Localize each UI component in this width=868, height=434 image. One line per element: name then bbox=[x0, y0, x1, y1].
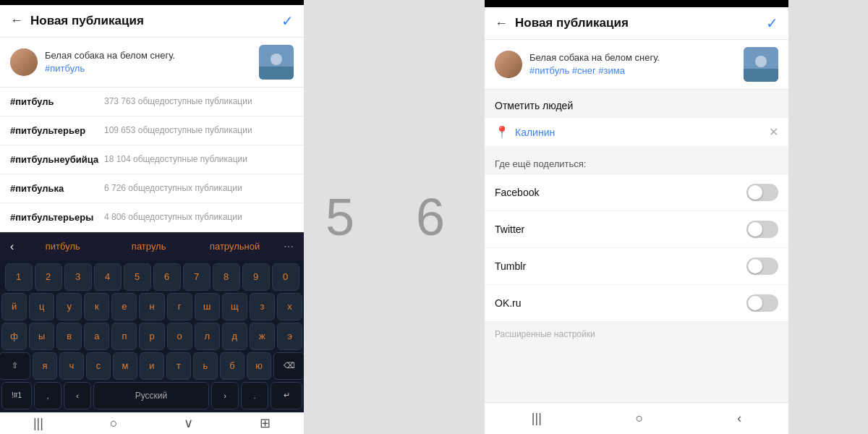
advanced-settings-link[interactable]: Расширенные настройки bbox=[485, 322, 788, 346]
kb-key-п[interactable]: п bbox=[111, 323, 137, 350]
kb-shift-key[interactable]: ⇧ bbox=[0, 352, 30, 380]
twitter-toggle[interactable] bbox=[746, 221, 778, 238]
share-section-label: Где ещё поделиться: bbox=[485, 151, 788, 174]
kb-key-5[interactable]: 5 bbox=[124, 263, 151, 291]
nav-home-icon-6[interactable]: ○ bbox=[636, 411, 644, 426]
bottom-nav-6: ||| ○ ‹ bbox=[485, 402, 788, 434]
kb-key-т[interactable]: т bbox=[166, 352, 191, 380]
kb-key-6[interactable]: 6 bbox=[153, 263, 181, 291]
page-title-6: Новая публикация bbox=[515, 16, 759, 30]
kb-key-ц[interactable]: ц bbox=[29, 293, 54, 320]
kb-key-8[interactable]: 8 bbox=[213, 263, 240, 291]
nav-apps-icon[interactable]: ⊞ bbox=[260, 415, 271, 431]
kb-key-б[interactable]: б bbox=[220, 352, 244, 380]
kb-key-ш[interactable]: ш bbox=[195, 293, 220, 320]
kb-more-icon[interactable]: ⋯ bbox=[279, 238, 298, 255]
kb-key-ь[interactable]: ь bbox=[193, 352, 218, 380]
nav-menu-icon-6[interactable]: ||| bbox=[532, 411, 542, 426]
kb-key-9[interactable]: 9 bbox=[242, 263, 270, 291]
facebook-toggle[interactable] bbox=[746, 184, 778, 201]
screen-label-5: 5 bbox=[304, 0, 376, 434]
confirm-button-5[interactable]: ✓ bbox=[281, 12, 294, 30]
hashtag-item-4[interactable]: #питбулька 6 726 общедоступных публикаци… bbox=[0, 174, 304, 203]
back-button-6[interactable]: ← bbox=[495, 16, 508, 31]
kb-key-у[interactable]: у bbox=[56, 293, 82, 320]
kb-key-р[interactable]: р bbox=[139, 323, 164, 350]
kb-key-ч[interactable]: ч bbox=[59, 352, 84, 380]
kb-key-з[interactable]: з bbox=[250, 293, 275, 320]
avatar-5 bbox=[10, 48, 38, 76]
kb-key-а[interactable]: а bbox=[84, 323, 109, 350]
kb-key-ж[interactable]: ж bbox=[250, 323, 275, 350]
tag-people-label: Отметить людей bbox=[485, 90, 788, 117]
kb-key-0[interactable]: 0 bbox=[272, 263, 299, 291]
nav-back-icon-6[interactable]: ‹ bbox=[737, 411, 741, 426]
hashtag-item-5[interactable]: #питбультерьеры 4 806 общедоступных публ… bbox=[0, 203, 304, 232]
nav-bar-5: ← Новая публикация ✓ bbox=[0, 5, 304, 38]
kb-key-д[interactable]: д bbox=[222, 323, 247, 350]
kb-key-о[interactable]: о bbox=[167, 323, 192, 350]
share-item-tumblr: Tumblr bbox=[485, 248, 788, 285]
kb-key-ы[interactable]: ы bbox=[29, 323, 54, 350]
suggestion-1[interactable]: питбуль bbox=[21, 241, 104, 252]
kb-key-н[interactable]: н bbox=[139, 293, 164, 320]
kb-back-icon[interactable]: ‹ bbox=[6, 237, 18, 256]
kb-key-х[interactable]: х bbox=[277, 293, 302, 320]
nav-bar-6: ← Новая публикация ✓ bbox=[485, 7, 788, 40]
kb-key-щ[interactable]: щ bbox=[222, 293, 247, 320]
kb-symbols-key[interactable]: !#1 bbox=[1, 382, 32, 409]
post-preview-5: Белая собака на белом снегу. #питбуль bbox=[0, 38, 304, 88]
status-bar bbox=[0, 0, 304, 5]
hashtag-item-1[interactable]: #питбуль 373 763 общедоступные публикаци… bbox=[0, 88, 304, 116]
okru-toggle[interactable] bbox=[746, 294, 778, 312]
kb-right-arrow-key[interactable]: › bbox=[211, 382, 239, 409]
svg-rect-5 bbox=[744, 69, 778, 82]
share-item-twitter: Twitter bbox=[485, 211, 788, 248]
kb-key-я[interactable]: я bbox=[33, 352, 57, 380]
avatar-6 bbox=[495, 51, 522, 78]
hashtag-item-2[interactable]: #питбультерьер 109 653 общедоступные пуб… bbox=[0, 116, 304, 145]
nav-menu-icon[interactable]: ||| bbox=[33, 416, 43, 431]
post-thumbnail-5 bbox=[259, 45, 294, 80]
kb-key-2[interactable]: 2 bbox=[35, 263, 62, 291]
kb-key-4[interactable]: 4 bbox=[94, 263, 122, 291]
kb-key-й[interactable]: й bbox=[1, 293, 27, 320]
post-preview-6: Белая собака на белом снегу. #питбуль #с… bbox=[485, 40, 788, 90]
kb-key-ю[interactable]: ю bbox=[247, 352, 271, 380]
back-button-5[interactable]: ← bbox=[10, 13, 23, 28]
kb-period-key[interactable]: . bbox=[241, 382, 268, 409]
kb-key-ф[interactable]: ф bbox=[1, 323, 27, 350]
tumblr-toggle[interactable] bbox=[746, 258, 778, 275]
kb-key-в[interactable]: в bbox=[56, 323, 82, 350]
hashtag-item-3[interactable]: #питбульнеубийца 18 104 общедоступные пу… bbox=[0, 145, 304, 174]
kb-key-7[interactable]: 7 bbox=[183, 263, 210, 291]
kb-key-э[interactable]: э bbox=[277, 323, 302, 350]
kb-key-и[interactable]: и bbox=[140, 352, 164, 380]
kb-key-л[interactable]: л bbox=[195, 323, 220, 350]
kb-left-arrow-key[interactable]: ‹ bbox=[64, 382, 91, 409]
kb-key-м[interactable]: м bbox=[113, 352, 137, 380]
remove-tag-button[interactable]: ✕ bbox=[769, 125, 778, 139]
kb-key-к[interactable]: к bbox=[84, 293, 109, 320]
suggestion-2[interactable]: патруль bbox=[107, 241, 190, 252]
kb-key-е[interactable]: е bbox=[111, 293, 137, 320]
share-list: Facebook Twitter Tumblr OK.ru bbox=[485, 174, 788, 322]
nav-home-icon[interactable]: ○ bbox=[110, 416, 118, 431]
kb-backspace-key[interactable]: ⌫ bbox=[273, 352, 304, 380]
confirm-button-6[interactable]: ✓ bbox=[766, 14, 778, 32]
kb-key-1[interactable]: 1 bbox=[5, 263, 33, 291]
svg-rect-2 bbox=[259, 67, 294, 80]
kb-enter-key[interactable]: ↵ bbox=[271, 382, 302, 409]
kb-key-г[interactable]: г bbox=[167, 293, 192, 320]
suggestion-3[interactable]: патрульной bbox=[193, 241, 276, 252]
kb-space-key[interactable]: Русский bbox=[93, 382, 209, 409]
nav-back-icon[interactable]: ∨ bbox=[184, 415, 193, 431]
share-item-okru: OK.ru bbox=[485, 285, 788, 321]
svg-point-1 bbox=[271, 54, 282, 65]
kb-row-3: ⇧ я ч с м и т ь б ю ⌫ bbox=[1, 352, 302, 380]
location-pin-icon: 📍 bbox=[495, 125, 509, 139]
kb-key-с[interactable]: с bbox=[86, 352, 111, 380]
kb-comma-key[interactable]: , bbox=[34, 382, 61, 409]
screen-6: ← Новая публикация ✓ Белая собака на бел… bbox=[485, 0, 788, 434]
kb-key-3[interactable]: 3 bbox=[64, 263, 92, 291]
